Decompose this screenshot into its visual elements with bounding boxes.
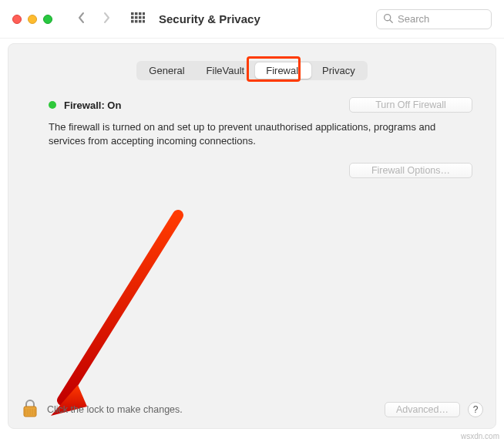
watermark-text: wsxdn.com <box>461 432 499 440</box>
svg-rect-5 <box>135 16 138 19</box>
tab-bar: General FileVault Firewall Privacy <box>8 61 496 80</box>
tab-general[interactable]: General <box>138 62 195 79</box>
lock-hint-text: Click the lock to make changes. <box>47 404 183 415</box>
forward-button[interactable] <box>102 12 111 26</box>
turn-off-firewall-button[interactable]: Turn Off Firewall <box>349 97 472 113</box>
show-all-icon[interactable] <box>131 12 145 26</box>
page-title: Security & Privacy <box>159 12 260 25</box>
svg-rect-2 <box>139 12 142 15</box>
close-window-button[interactable] <box>12 15 22 24</box>
search-icon <box>383 13 393 25</box>
zoom-window-button[interactable] <box>43 15 52 24</box>
back-button[interactable] <box>77 12 86 26</box>
tab-group: General FileVault Firewall Privacy <box>136 61 367 80</box>
advanced-button[interactable]: Advanced… <box>385 402 460 417</box>
svg-rect-9 <box>135 20 138 23</box>
lock-icon[interactable] <box>21 398 39 422</box>
preferences-panel: General FileVault Firewall Privacy Firew… <box>8 43 496 429</box>
tab-firewall[interactable]: Firewall <box>255 62 311 79</box>
svg-rect-10 <box>139 20 142 23</box>
svg-rect-3 <box>143 12 145 15</box>
tab-content: Firewall: On Turn Off Firewall The firew… <box>8 89 496 178</box>
search-input[interactable] <box>398 13 485 25</box>
firewall-status-label: Firewall: On <box>64 100 121 111</box>
tab-filevault[interactable]: FileVault <box>196 62 256 79</box>
svg-rect-4 <box>131 16 134 19</box>
firewall-options-button[interactable]: Firewall Options… <box>349 163 472 178</box>
minimize-window-button[interactable] <box>28 15 37 24</box>
svg-rect-11 <box>143 20 145 23</box>
search-field[interactable] <box>376 9 492 29</box>
help-button[interactable]: ? <box>468 402 483 417</box>
title-bar: Security & Privacy <box>0 0 504 39</box>
svg-rect-0 <box>131 12 134 15</box>
firewall-description: The firewall is turned on and set up to … <box>49 120 472 147</box>
svg-rect-1 <box>135 12 138 15</box>
tab-privacy[interactable]: Privacy <box>311 62 366 79</box>
nav-arrows <box>77 12 111 26</box>
svg-rect-6 <box>139 16 142 19</box>
bottom-bar: Click the lock to make changes. Advanced… <box>8 391 496 428</box>
svg-rect-8 <box>131 20 134 23</box>
svg-line-13 <box>390 19 392 22</box>
window-controls <box>12 15 52 24</box>
status-indicator-icon <box>49 101 56 109</box>
svg-rect-7 <box>143 16 145 19</box>
